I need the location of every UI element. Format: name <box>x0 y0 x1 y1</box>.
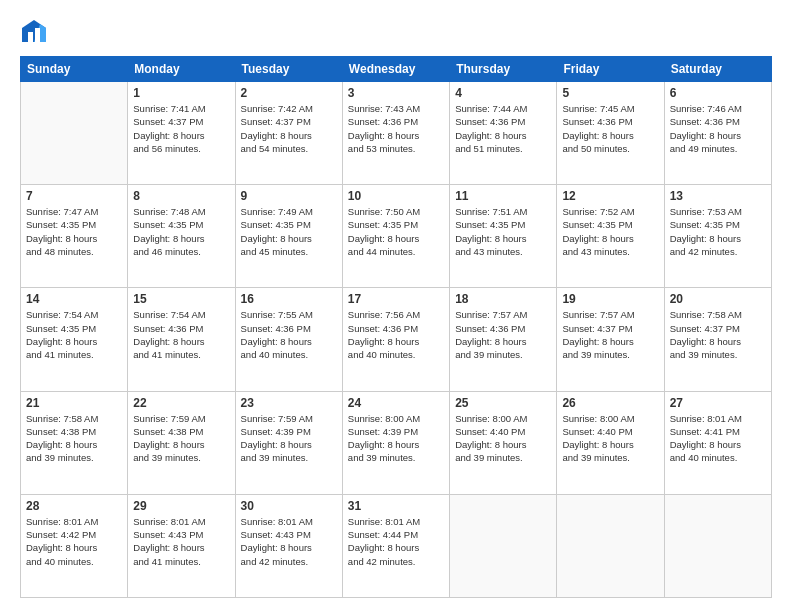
calendar-cell: 24Sunrise: 8:00 AM Sunset: 4:39 PM Dayli… <box>342 391 449 494</box>
calendar-cell <box>557 494 664 597</box>
day-number: 9 <box>241 189 337 203</box>
day-info: Sunrise: 7:52 AM Sunset: 4:35 PM Dayligh… <box>562 205 658 258</box>
day-info: Sunrise: 7:48 AM Sunset: 4:35 PM Dayligh… <box>133 205 229 258</box>
calendar-cell: 14Sunrise: 7:54 AM Sunset: 4:35 PM Dayli… <box>21 288 128 391</box>
page: SundayMondayTuesdayWednesdayThursdayFrid… <box>0 0 792 612</box>
calendar-week-row: 14Sunrise: 7:54 AM Sunset: 4:35 PM Dayli… <box>21 288 772 391</box>
day-info: Sunrise: 8:01 AM Sunset: 4:42 PM Dayligh… <box>26 515 122 568</box>
calendar-cell <box>21 82 128 185</box>
day-number: 23 <box>241 396 337 410</box>
day-number: 13 <box>670 189 766 203</box>
weekday-header-cell: Sunday <box>21 57 128 82</box>
weekday-header-cell: Wednesday <box>342 57 449 82</box>
day-info: Sunrise: 7:54 AM Sunset: 4:35 PM Dayligh… <box>26 308 122 361</box>
day-info: Sunrise: 7:56 AM Sunset: 4:36 PM Dayligh… <box>348 308 444 361</box>
weekday-header-cell: Monday <box>128 57 235 82</box>
calendar-cell: 28Sunrise: 8:01 AM Sunset: 4:42 PM Dayli… <box>21 494 128 597</box>
day-info: Sunrise: 7:42 AM Sunset: 4:37 PM Dayligh… <box>241 102 337 155</box>
calendar-cell: 22Sunrise: 7:59 AM Sunset: 4:38 PM Dayli… <box>128 391 235 494</box>
day-info: Sunrise: 7:58 AM Sunset: 4:37 PM Dayligh… <box>670 308 766 361</box>
day-info: Sunrise: 7:45 AM Sunset: 4:36 PM Dayligh… <box>562 102 658 155</box>
day-info: Sunrise: 8:01 AM Sunset: 4:43 PM Dayligh… <box>241 515 337 568</box>
day-number: 25 <box>455 396 551 410</box>
day-number: 30 <box>241 499 337 513</box>
logo <box>20 18 52 46</box>
day-info: Sunrise: 7:55 AM Sunset: 4:36 PM Dayligh… <box>241 308 337 361</box>
day-info: Sunrise: 7:46 AM Sunset: 4:36 PM Dayligh… <box>670 102 766 155</box>
calendar-cell: 13Sunrise: 7:53 AM Sunset: 4:35 PM Dayli… <box>664 185 771 288</box>
day-number: 1 <box>133 86 229 100</box>
day-number: 5 <box>562 86 658 100</box>
day-info: Sunrise: 7:43 AM Sunset: 4:36 PM Dayligh… <box>348 102 444 155</box>
calendar-cell <box>664 494 771 597</box>
calendar-week-row: 28Sunrise: 8:01 AM Sunset: 4:42 PM Dayli… <box>21 494 772 597</box>
day-info: Sunrise: 7:59 AM Sunset: 4:38 PM Dayligh… <box>133 412 229 465</box>
day-number: 12 <box>562 189 658 203</box>
calendar-cell: 15Sunrise: 7:54 AM Sunset: 4:36 PM Dayli… <box>128 288 235 391</box>
day-number: 29 <box>133 499 229 513</box>
calendar-week-row: 21Sunrise: 7:58 AM Sunset: 4:38 PM Dayli… <box>21 391 772 494</box>
calendar-week-row: 7Sunrise: 7:47 AM Sunset: 4:35 PM Daylig… <box>21 185 772 288</box>
day-info: Sunrise: 7:51 AM Sunset: 4:35 PM Dayligh… <box>455 205 551 258</box>
day-info: Sunrise: 8:01 AM Sunset: 4:41 PM Dayligh… <box>670 412 766 465</box>
calendar: SundayMondayTuesdayWednesdayThursdayFrid… <box>20 56 772 598</box>
calendar-cell: 21Sunrise: 7:58 AM Sunset: 4:38 PM Dayli… <box>21 391 128 494</box>
day-info: Sunrise: 7:50 AM Sunset: 4:35 PM Dayligh… <box>348 205 444 258</box>
day-info: Sunrise: 8:00 AM Sunset: 4:40 PM Dayligh… <box>455 412 551 465</box>
calendar-cell: 10Sunrise: 7:50 AM Sunset: 4:35 PM Dayli… <box>342 185 449 288</box>
day-info: Sunrise: 7:53 AM Sunset: 4:35 PM Dayligh… <box>670 205 766 258</box>
calendar-body: 1Sunrise: 7:41 AM Sunset: 4:37 PM Daylig… <box>21 82 772 598</box>
day-info: Sunrise: 7:54 AM Sunset: 4:36 PM Dayligh… <box>133 308 229 361</box>
calendar-cell: 8Sunrise: 7:48 AM Sunset: 4:35 PM Daylig… <box>128 185 235 288</box>
day-number: 15 <box>133 292 229 306</box>
day-info: Sunrise: 7:47 AM Sunset: 4:35 PM Dayligh… <box>26 205 122 258</box>
calendar-cell: 9Sunrise: 7:49 AM Sunset: 4:35 PM Daylig… <box>235 185 342 288</box>
weekday-header-cell: Thursday <box>450 57 557 82</box>
calendar-cell: 7Sunrise: 7:47 AM Sunset: 4:35 PM Daylig… <box>21 185 128 288</box>
day-number: 17 <box>348 292 444 306</box>
calendar-cell: 6Sunrise: 7:46 AM Sunset: 4:36 PM Daylig… <box>664 82 771 185</box>
calendar-cell: 26Sunrise: 8:00 AM Sunset: 4:40 PM Dayli… <box>557 391 664 494</box>
calendar-cell: 17Sunrise: 7:56 AM Sunset: 4:36 PM Dayli… <box>342 288 449 391</box>
weekday-header-cell: Saturday <box>664 57 771 82</box>
day-number: 10 <box>348 189 444 203</box>
day-info: Sunrise: 7:59 AM Sunset: 4:39 PM Dayligh… <box>241 412 337 465</box>
day-number: 22 <box>133 396 229 410</box>
weekday-header-cell: Friday <box>557 57 664 82</box>
calendar-week-row: 1Sunrise: 7:41 AM Sunset: 4:37 PM Daylig… <box>21 82 772 185</box>
day-info: Sunrise: 8:01 AM Sunset: 4:44 PM Dayligh… <box>348 515 444 568</box>
day-number: 28 <box>26 499 122 513</box>
day-number: 2 <box>241 86 337 100</box>
calendar-cell: 23Sunrise: 7:59 AM Sunset: 4:39 PM Dayli… <box>235 391 342 494</box>
svg-rect-2 <box>28 32 33 42</box>
calendar-cell: 16Sunrise: 7:55 AM Sunset: 4:36 PM Dayli… <box>235 288 342 391</box>
day-number: 24 <box>348 396 444 410</box>
day-number: 4 <box>455 86 551 100</box>
day-number: 26 <box>562 396 658 410</box>
day-number: 18 <box>455 292 551 306</box>
svg-rect-3 <box>35 28 40 42</box>
day-number: 14 <box>26 292 122 306</box>
day-info: Sunrise: 7:57 AM Sunset: 4:37 PM Dayligh… <box>562 308 658 361</box>
day-number: 21 <box>26 396 122 410</box>
day-number: 6 <box>670 86 766 100</box>
calendar-header: SundayMondayTuesdayWednesdayThursdayFrid… <box>21 57 772 82</box>
day-number: 7 <box>26 189 122 203</box>
calendar-cell: 31Sunrise: 8:01 AM Sunset: 4:44 PM Dayli… <box>342 494 449 597</box>
calendar-cell: 1Sunrise: 7:41 AM Sunset: 4:37 PM Daylig… <box>128 82 235 185</box>
calendar-cell: 25Sunrise: 8:00 AM Sunset: 4:40 PM Dayli… <box>450 391 557 494</box>
calendar-cell: 20Sunrise: 7:58 AM Sunset: 4:37 PM Dayli… <box>664 288 771 391</box>
calendar-cell: 3Sunrise: 7:43 AM Sunset: 4:36 PM Daylig… <box>342 82 449 185</box>
day-number: 20 <box>670 292 766 306</box>
day-number: 3 <box>348 86 444 100</box>
day-number: 16 <box>241 292 337 306</box>
day-info: Sunrise: 8:00 AM Sunset: 4:39 PM Dayligh… <box>348 412 444 465</box>
calendar-cell: 27Sunrise: 8:01 AM Sunset: 4:41 PM Dayli… <box>664 391 771 494</box>
day-info: Sunrise: 7:44 AM Sunset: 4:36 PM Dayligh… <box>455 102 551 155</box>
weekday-header-row: SundayMondayTuesdayWednesdayThursdayFrid… <box>21 57 772 82</box>
day-number: 8 <box>133 189 229 203</box>
calendar-cell: 30Sunrise: 8:01 AM Sunset: 4:43 PM Dayli… <box>235 494 342 597</box>
day-info: Sunrise: 7:57 AM Sunset: 4:36 PM Dayligh… <box>455 308 551 361</box>
calendar-cell: 19Sunrise: 7:57 AM Sunset: 4:37 PM Dayli… <box>557 288 664 391</box>
day-info: Sunrise: 7:58 AM Sunset: 4:38 PM Dayligh… <box>26 412 122 465</box>
